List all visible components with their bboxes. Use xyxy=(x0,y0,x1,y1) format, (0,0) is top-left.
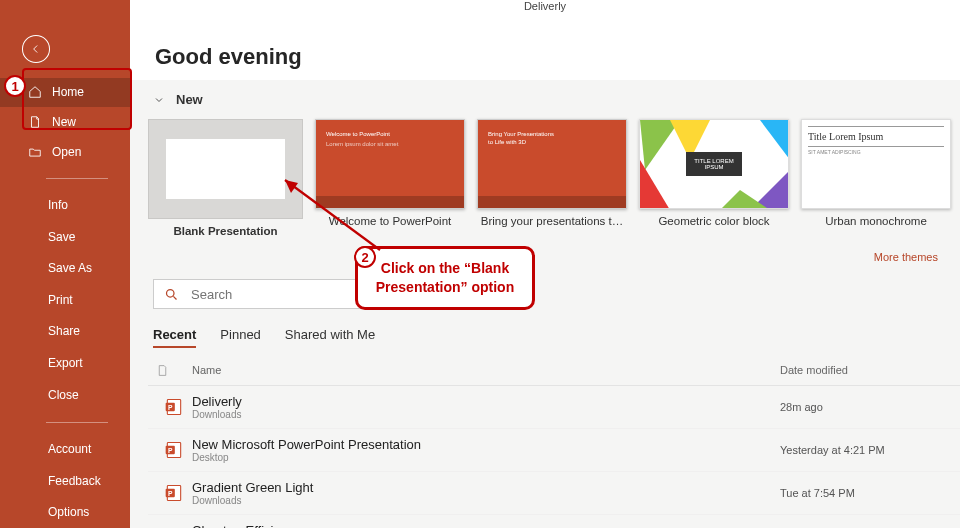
template-gallery: Blank Presentation Welcome to PowerPoint… xyxy=(148,119,960,237)
tab-shared[interactable]: Shared with Me xyxy=(285,327,375,348)
powerpoint-file-icon: P xyxy=(156,440,192,460)
open-folder-icon xyxy=(28,145,42,159)
svg-text:P: P xyxy=(168,404,173,411)
search-input[interactable] xyxy=(191,287,492,302)
svg-text:P: P xyxy=(168,447,173,454)
file-name: Deliverly xyxy=(192,394,780,409)
template-welcome[interactable]: Welcome to PowerPoint Lorem ipsum dolor … xyxy=(315,119,465,237)
file-list-header: Name Date modified xyxy=(148,354,960,386)
powerpoint-file-icon: P xyxy=(156,397,192,417)
more-themes-link[interactable]: More themes xyxy=(148,237,960,279)
tab-recent[interactable]: Recent xyxy=(153,327,196,348)
file-list: PDeliverlyDownloads28m agoPNew Microsoft… xyxy=(148,386,960,528)
template-geometric-label: Geometric color block xyxy=(639,215,789,227)
new-section-label: New xyxy=(176,92,203,107)
sidebar-item-share[interactable]: Share xyxy=(0,316,130,348)
file-name: Chapter_Efficiency xyxy=(192,523,780,528)
sidebar-item-save[interactable]: Save xyxy=(0,221,130,253)
sidebar-item-save-as[interactable]: Save As xyxy=(0,253,130,285)
template-urban-label: Urban monochrome xyxy=(801,215,951,227)
recent-tabs: Recent Pinned Shared with Me xyxy=(148,309,960,354)
sidebar-divider-2 xyxy=(46,422,108,423)
file-name: Gradient Green Light xyxy=(192,480,780,495)
sidebar-item-close[interactable]: Close xyxy=(0,379,130,411)
file-row[interactable]: PDeliverlyDownloads28m ago xyxy=(148,386,960,429)
template-blank-label: Blank Presentation xyxy=(148,225,303,237)
file-date: Tue at 7:54 PM xyxy=(780,487,960,499)
sidebar-label-home: Home xyxy=(52,85,84,99)
search-box[interactable] xyxy=(153,279,503,309)
tab-pinned[interactable]: Pinned xyxy=(220,327,260,348)
template-welcome-thumb: Welcome to PowerPoint Lorem ipsum dolor … xyxy=(315,119,465,209)
powerpoint-file-icon: P xyxy=(156,483,192,503)
sidebar-item-home[interactable]: Home xyxy=(0,78,130,108)
file-name: New Microsoft PowerPoint Presentation xyxy=(192,437,780,452)
template-3d-label: Bring your presentations t… xyxy=(477,215,627,227)
svg-point-6 xyxy=(167,289,175,297)
document-title: Deliverly xyxy=(524,0,566,12)
sidebar-item-options[interactable]: Options xyxy=(0,496,130,528)
file-location: Downloads xyxy=(192,409,780,420)
sidebar-divider-1 xyxy=(46,178,108,179)
sidebar-label-new: New xyxy=(52,115,76,129)
template-blank-presentation[interactable]: Blank Presentation xyxy=(148,119,303,237)
svg-marker-3 xyxy=(760,120,788,160)
column-name[interactable]: Name xyxy=(192,364,780,379)
template-3d-thumb: Bring Your Presentations to Life with 3D xyxy=(477,119,627,209)
title-bar: Deliverly xyxy=(130,0,960,24)
new-section-header[interactable]: New xyxy=(148,92,960,107)
template-blank-thumb xyxy=(148,119,303,219)
sidebar-item-export[interactable]: Export xyxy=(0,347,130,379)
svg-text:P: P xyxy=(168,490,173,497)
main-area: Deliverly Good evening New Blank Present… xyxy=(130,0,960,528)
file-date: Yesterday at 4:21 PM xyxy=(780,444,960,456)
new-file-icon xyxy=(28,115,42,129)
file-row[interactable]: PNew Microsoft PowerPoint PresentationDe… xyxy=(148,429,960,472)
chevron-down-icon xyxy=(152,93,166,107)
file-date: 28m ago xyxy=(780,401,960,413)
file-header-icon xyxy=(156,364,169,377)
backstage-sidebar: Home New Open Info Save Save As Print Sh… xyxy=(0,0,130,528)
sidebar-item-account[interactable]: Account xyxy=(0,433,130,465)
file-location: Downloads xyxy=(192,495,780,506)
back-arrow-icon xyxy=(29,42,43,56)
template-geometric-thumb: TITLE LOREM IPSUM xyxy=(639,119,789,209)
template-3d[interactable]: Bring Your Presentations to Life with 3D… xyxy=(477,119,627,237)
sidebar-item-feedback[interactable]: Feedback xyxy=(0,465,130,497)
sidebar-label-open: Open xyxy=(52,145,81,159)
svg-marker-2 xyxy=(640,160,670,208)
file-location: Desktop xyxy=(192,452,780,463)
template-urban[interactable]: Title Lorem Ipsum SIT AMET ADIPISCING Ur… xyxy=(801,119,951,237)
file-row[interactable]: PChapter_EfficiencyDownloadsJuly 6 xyxy=(148,515,960,528)
template-urban-thumb: Title Lorem Ipsum SIT AMET ADIPISCING xyxy=(801,119,951,209)
search-icon xyxy=(164,287,179,302)
column-date[interactable]: Date modified xyxy=(780,364,960,379)
back-button[interactable] xyxy=(22,35,50,63)
template-welcome-label: Welcome to PowerPoint xyxy=(315,215,465,227)
home-icon xyxy=(28,85,42,99)
template-geometric[interactable]: TITLE LOREM IPSUM Geometric color block xyxy=(639,119,789,237)
sidebar-item-print[interactable]: Print xyxy=(0,284,130,316)
sidebar-item-info[interactable]: Info xyxy=(0,189,130,221)
greeting-heading: Good evening xyxy=(130,24,960,80)
file-row[interactable]: PGradient Green LightDownloadsTue at 7:5… xyxy=(148,472,960,515)
sidebar-item-new[interactable]: New xyxy=(0,107,130,137)
sidebar-item-open[interactable]: Open xyxy=(0,137,130,167)
